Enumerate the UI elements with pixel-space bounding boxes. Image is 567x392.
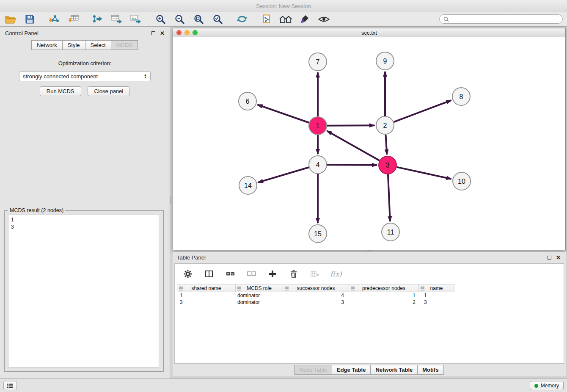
graph-edge-3-11[interactable]	[388, 174, 390, 221]
import-table-button[interactable]	[67, 13, 80, 25]
tab-select[interactable]: Select	[85, 40, 111, 50]
float-panel-icon[interactable]	[151, 31, 155, 35]
zoom-fit-button[interactable]	[192, 13, 205, 25]
graph-edge-4-14[interactable]	[258, 167, 309, 182]
column-header[interactable]: MCDS role	[235, 284, 283, 292]
close-panel-button[interactable]: Close panel	[88, 86, 130, 96]
column-header[interactable]: predecessor nodes	[349, 284, 419, 292]
graph-node-4[interactable]: 4	[309, 156, 327, 174]
apply-style-button[interactable]	[298, 13, 311, 25]
table-cell[interactable]: dominator	[236, 293, 284, 298]
graph-node-2[interactable]: 2	[376, 116, 394, 134]
export-network-button[interactable]	[91, 13, 104, 25]
table-cell[interactable]: 3	[177, 299, 236, 305]
table-cell[interactable]: 3	[420, 299, 456, 305]
graph-node-15[interactable]: 15	[309, 225, 327, 243]
table-cell[interactable]: 4	[284, 293, 350, 298]
tab-network-table[interactable]: Network Table	[370, 365, 418, 375]
hide-panels-button[interactable]	[3, 381, 17, 390]
tab-mcds[interactable]: MCDS	[111, 40, 138, 50]
graph-node-6[interactable]: 6	[239, 92, 256, 110]
table-cell[interactable]: 1	[350, 293, 420, 298]
graph-node-10[interactable]: 10	[453, 172, 471, 190]
graph-edge-3-1[interactable]	[327, 131, 380, 160]
select-all-button[interactable]	[224, 268, 237, 280]
table-settings-button[interactable]	[182, 268, 194, 280]
copy-network-button[interactable]	[260, 13, 273, 25]
graph-node-11[interactable]: 11	[382, 223, 399, 241]
import-network-button[interactable]	[48, 13, 61, 25]
tab-node-table[interactable]: Node Table	[294, 365, 332, 375]
table-cell[interactable]: 2	[350, 299, 420, 305]
vertical-splitter[interactable]	[169, 193, 172, 207]
memory-button[interactable]: Memory	[530, 381, 564, 390]
optimization-dropdown[interactable]: strongly connected component ▲▼	[19, 71, 151, 81]
zoom-in-button[interactable]	[154, 13, 167, 25]
add-column-button[interactable]	[266, 268, 279, 280]
search-input[interactable]	[451, 16, 559, 22]
close-panel-icon[interactable]: ✕	[160, 31, 165, 35]
home-button[interactable]	[279, 13, 292, 25]
close-table-panel-icon[interactable]: ✕	[556, 256, 561, 259]
table-cell[interactable]: dominator	[236, 299, 284, 305]
graph-edge-1-2[interactable]	[327, 125, 374, 126]
gear-icon	[184, 270, 192, 278]
delete-column-button[interactable]	[287, 268, 300, 280]
graph-node-14[interactable]: 14	[239, 177, 257, 194]
deselect-all-button[interactable]	[245, 268, 258, 280]
graph-node-3[interactable]: 3	[379, 156, 396, 174]
graph-edge-4-3[interactable]	[327, 165, 377, 165]
refresh-layout-button[interactable]	[236, 13, 248, 25]
tab-motifs[interactable]: Motifs	[417, 365, 443, 375]
mcds-result-text[interactable]: 1 3	[8, 215, 159, 367]
style-brush-icon	[300, 14, 309, 24]
network-window: ✕ − + scc.txt 7968124314101511	[173, 28, 566, 250]
graph-edge-2-8[interactable]	[394, 100, 451, 122]
graph-node-9[interactable]: 9	[376, 52, 394, 70]
save-session-button[interactable]	[23, 13, 36, 25]
tab-style[interactable]: Style	[62, 40, 85, 50]
column-header[interactable]: successor nodes	[283, 284, 349, 292]
zoom-out-button[interactable]	[173, 13, 186, 25]
export-network-icon	[92, 14, 103, 24]
maximize-window-icon[interactable]: +	[193, 30, 198, 35]
graph-edge-1-6[interactable]	[258, 105, 309, 122]
export-image-button[interactable]	[129, 13, 142, 25]
graph-edge-3-10[interactable]	[396, 167, 451, 179]
table-cell[interactable]: 3	[284, 299, 350, 305]
column-header[interactable]: shared name	[177, 284, 236, 292]
table-row[interactable]: 1dominator411	[177, 292, 564, 299]
graph-node-7[interactable]: 7	[309, 53, 327, 71]
export-table-button[interactable]	[110, 13, 123, 25]
zoom-selected-button[interactable]	[211, 13, 224, 25]
close-window-icon[interactable]: ✕	[176, 30, 182, 35]
network-window-titlebar[interactable]: ✕ − + scc.txt	[173, 28, 565, 37]
delete-table-button[interactable]	[308, 268, 321, 280]
graph-edge-2-3[interactable]	[385, 135, 387, 155]
column-header[interactable]: name	[418, 284, 454, 292]
tab-edge-table[interactable]: Edge Table	[332, 365, 371, 375]
open-session-button[interactable]	[4, 13, 17, 25]
tab-network[interactable]: Network	[31, 40, 63, 50]
graph-node-1[interactable]: 1	[309, 117, 327, 135]
view-toggle-button[interactable]	[317, 13, 330, 25]
graph-node-label: 14	[244, 182, 252, 189]
node-table: shared nameMCDS rolesuccessor nodesprede…	[177, 284, 564, 306]
save-icon	[25, 15, 34, 24]
table-panel-title: Table Panel	[177, 254, 206, 261]
search-box[interactable]	[439, 14, 563, 24]
run-mcds-button[interactable]: Run MCDS	[40, 86, 81, 96]
graph-node-8[interactable]: 8	[452, 88, 470, 105]
list-icon	[7, 383, 14, 389]
function-builder-button[interactable]: f(x)	[330, 268, 342, 280]
float-table-panel-icon[interactable]	[548, 256, 551, 259]
horizontal-splitter[interactable]	[359, 249, 377, 252]
table-cell[interactable]: 1	[420, 293, 456, 298]
graph-svg[interactable]: 7968124314101511	[173, 37, 565, 250]
minimize-window-icon[interactable]: −	[184, 30, 190, 35]
table-row[interactable]: 3dominator323	[177, 299, 564, 306]
show-columns-button[interactable]	[203, 268, 215, 280]
table-cell[interactable]: 1	[177, 293, 236, 298]
zoom-group	[154, 13, 224, 25]
window-titlebar[interactable]: Session: New Session	[0, 0, 567, 12]
